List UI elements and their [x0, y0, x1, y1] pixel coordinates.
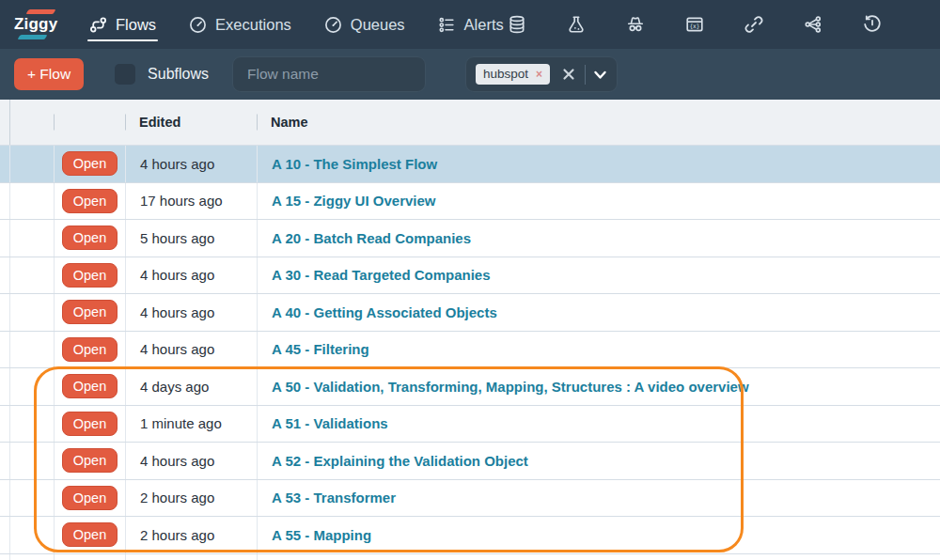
row-edited: 2 hours ago: [125, 517, 257, 553]
row-name-cell: A 30 - Read Targeted Companies: [257, 257, 940, 294]
row-empty-cell: [9, 554, 54, 560]
row-open-cell: Open: [54, 294, 125, 331]
open-button[interactable]: Open: [62, 448, 118, 473]
flow-name-link[interactable]: A 40 - Getting Associated Objects: [258, 304, 497, 320]
row-empty-cell: [9, 220, 54, 257]
incognito-icon[interactable]: [626, 15, 645, 34]
header-open: [54, 100, 125, 145]
flow-name-link[interactable]: A 50 - Validation, Transforming, Mapping…: [258, 379, 749, 395]
history-icon[interactable]: [863, 15, 882, 34]
row-gutter: [0, 183, 9, 220]
row-gutter: [0, 332, 9, 368]
nav-item-alerts[interactable]: Alerts: [436, 0, 506, 49]
flow-name-input[interactable]: [232, 56, 426, 92]
open-button[interactable]: Open: [62, 486, 118, 510]
flow-name-link[interactable]: A 51 - Validations: [258, 415, 388, 431]
row-empty-cell: [9, 294, 54, 331]
row-empty-cell: [9, 517, 54, 553]
table-row: Open 4 hours ago A 52 - Explaining the V…: [0, 443, 940, 480]
subflows-checkbox[interactable]: [115, 64, 135, 85]
open-button[interactable]: Open: [62, 189, 118, 213]
row-edited: 4 hours ago: [125, 443, 257, 479]
open-button[interactable]: Open: [62, 300, 118, 324]
open-button[interactable]: Open: [62, 337, 118, 362]
nav-label: Flows: [116, 16, 156, 34]
tag-label: hubspot: [483, 68, 528, 81]
flow-name-link[interactable]: A 20 - Batch Read Companies: [258, 230, 471, 246]
multiselect-divider: [585, 65, 586, 85]
row-edited: 4 hours ago: [125, 332, 257, 368]
top-nav: Ziggy Flows Executions Qu: [0, 0, 940, 49]
row-empty-cell: [9, 146, 54, 182]
table-row: Open 2 hours ago A 53 - Transformer: [0, 480, 940, 518]
row-open-cell: Open: [54, 480, 125, 517]
table-row: Open 4 hours ago A 30 - Read Targeted Co…: [0, 257, 940, 295]
row-edited: 4 days ago: [125, 368, 257, 405]
row-gutter: [0, 220, 9, 257]
flows-icon: [89, 16, 107, 34]
flow-name-link[interactable]: A 10 - The Simplest Flow: [258, 156, 437, 172]
subflows-label: Subflows: [148, 66, 209, 83]
row-open-cell: Open: [54, 332, 125, 368]
row-name-cell: A 15 - Ziggy UI Overview: [257, 183, 940, 220]
row-name-cell: A 45 - Filtering: [257, 332, 940, 368]
row-empty-cell: [9, 257, 54, 294]
table-row: Open 4 hours ago A 40 - Getting Associat…: [0, 294, 940, 332]
table-row: Open 4 days ago A 50 - Validation, Trans…: [0, 368, 940, 406]
filter-toolbar: + Flow Subflows hubspot ×: [0, 49, 940, 100]
open-button[interactable]: Open: [62, 522, 118, 547]
row-open-cell: Open: [54, 443, 125, 479]
row-gutter: [0, 406, 9, 443]
row-gutter: [0, 368, 9, 405]
ziggy-logo[interactable]: Ziggy: [14, 9, 59, 39]
row-open-cell: Open: [54, 517, 125, 553]
flow-name-link[interactable]: A 52 - Explaining the Validation Object: [258, 453, 528, 469]
flask-icon[interactable]: [567, 15, 586, 34]
chevron-down-icon[interactable]: [593, 68, 607, 82]
table-row: [0, 554, 940, 560]
row-open-cell: Open: [54, 368, 125, 405]
row-empty-cell: [9, 183, 54, 220]
clear-filter-icon[interactable]: [562, 68, 575, 81]
add-flow-button[interactable]: + Flow: [14, 58, 84, 90]
row-gutter: [0, 146, 9, 182]
gauge-icon: [324, 16, 342, 34]
open-button[interactable]: Open: [62, 263, 118, 288]
nav-label: Alerts: [464, 16, 504, 34]
flow-name-link[interactable]: A 55 - Mapping: [258, 527, 371, 543]
flow-name-link[interactable]: A 45 - Filtering: [258, 341, 369, 357]
row-name-cell: A 53 - Transformer: [257, 480, 940, 517]
flow-name-link[interactable]: A 15 - Ziggy UI Overview: [258, 193, 436, 209]
open-button[interactable]: Open: [62, 226, 118, 250]
row-empty-cell: [9, 368, 54, 405]
tag-remove-icon[interactable]: ×: [536, 69, 542, 80]
open-button[interactable]: Open: [62, 412, 118, 436]
header-empty: [9, 100, 54, 145]
flow-name-link[interactable]: A 30 - Read Targeted Companies: [258, 267, 491, 283]
variables-icon[interactable]: {x}: [685, 15, 704, 34]
nav-label: Queues: [351, 16, 405, 34]
row-edited: 17 hours ago: [125, 183, 257, 220]
row-gutter: [0, 443, 9, 479]
nav-icon-buttons: {x}: [508, 15, 940, 34]
tag-hubspot[interactable]: hubspot ×: [476, 64, 550, 85]
header-edited: Edited: [125, 100, 257, 145]
nav-item-flows[interactable]: Flows: [87, 0, 158, 49]
nav-item-executions[interactable]: Executions: [187, 0, 293, 49]
open-button[interactable]: Open: [62, 151, 118, 176]
database-icon[interactable]: [508, 15, 526, 34]
nav-item-queues[interactable]: Queues: [322, 0, 407, 49]
logo-top-bar-icon: [25, 9, 55, 14]
row-name-cell: A 52 - Explaining the Validation Object: [257, 443, 940, 479]
row-open-cell: Open: [54, 183, 125, 220]
row-edited: 4 hours ago: [125, 257, 257, 294]
tag-multiselect[interactable]: hubspot ×: [465, 56, 618, 92]
table-header: Edited Name: [0, 100, 940, 146]
link-icon[interactable]: [744, 15, 763, 34]
svg-text:{x}: {x}: [689, 23, 699, 30]
graph-icon[interactable]: [804, 15, 822, 34]
flow-name-link[interactable]: A 53 - Transformer: [258, 490, 396, 506]
row-gutter: [0, 554, 9, 560]
row-edited: 4 hours ago: [125, 146, 257, 182]
open-button[interactable]: Open: [62, 374, 118, 398]
